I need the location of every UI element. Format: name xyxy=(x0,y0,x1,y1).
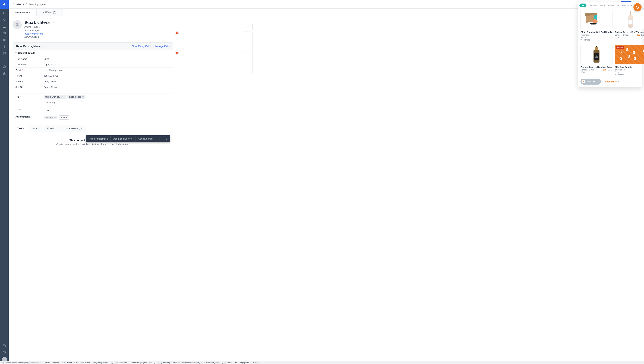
lists-label: Lists xyxy=(13,107,41,114)
globe-icon[interactable] xyxy=(2,65,6,69)
tags-label: Tags xyxy=(13,94,41,99)
account-label: Account xyxy=(13,79,41,84)
list-icon[interactable] xyxy=(2,58,6,62)
left-nav xyxy=(0,0,8,145)
search-icon[interactable] xyxy=(2,11,6,15)
timeline-marker-icon[interactable] xyxy=(175,31,179,35)
side-panel-box xyxy=(243,51,253,74)
account-value[interactable]: Andy's House xyxy=(41,79,173,84)
breadcrumb: Contacts / Buzz Lightyear xyxy=(13,3,46,6)
reports-icon[interactable] xyxy=(2,71,6,76)
about-card: About Buzz Lightyear Show Empty Fields |… xyxy=(13,43,173,90)
last-name-label: Last Name xyxy=(13,62,41,67)
deals-icon[interactable] xyxy=(2,45,6,49)
dock-expand-icon[interactable]: ⤢ xyxy=(156,135,163,142)
about-title: About Buzz Lightyear xyxy=(16,45,41,48)
tag-input[interactable] xyxy=(44,100,68,105)
first-name-value[interactable]: Buzz xyxy=(41,56,173,62)
add-task-button[interactable]: Add a contact task xyxy=(86,135,110,142)
job-title-value[interactable]: Space Ranger xyxy=(41,84,173,90)
required-indicator: * xyxy=(22,69,23,72)
remove-tag-icon[interactable]: ✕ xyxy=(82,96,84,98)
tab-notes[interactable]: Notes xyxy=(28,125,43,132)
phone-value[interactable]: 415-555-8765 xyxy=(41,73,173,79)
contact-side-column: es ▾ xyxy=(177,16,256,145)
chevron-right-icon: › xyxy=(39,26,40,28)
tab-tasks[interactable]: Tasks xyxy=(13,125,28,132)
breadcrumb-current: Buzz Lightyear xyxy=(28,3,46,6)
tags-value: falling_with_style✕ pizza_boxes✕ xyxy=(41,94,173,107)
contact-settings-icon[interactable]: ⚙ xyxy=(52,21,54,24)
tab-personal-info[interactable]: Personal Info xyxy=(8,9,36,16)
contact-name: Buzz Lightyear xyxy=(24,20,51,25)
contact-role: Space Ranger xyxy=(24,29,54,32)
contact-email-link[interactable]: buzz@andys.com xyxy=(24,32,43,35)
link-divider: | xyxy=(153,45,154,48)
add-list-button[interactable]: + Add xyxy=(44,108,53,112)
mail-icon[interactable] xyxy=(2,31,6,35)
activity-tabs: Tasks Notes Emails Conversations (0) xyxy=(13,125,173,132)
contacts-icon[interactable] xyxy=(2,25,6,29)
general-details-toggle[interactable]: ▾ General Details xyxy=(13,50,173,56)
chevron-down-icon: ▾ xyxy=(16,52,16,54)
add-automation-button[interactable]: + Add xyxy=(59,115,68,120)
svg-point-6 xyxy=(4,40,4,40)
email-value[interactable]: buzz@andys.com xyxy=(41,68,173,73)
tag-chip[interactable]: falling_with_style✕ xyxy=(44,95,66,99)
svg-point-0 xyxy=(3,12,5,14)
last-name-value[interactable]: Lightyear xyxy=(41,62,173,67)
lightbulb-icon[interactable] xyxy=(2,18,6,22)
remove-tag-icon[interactable]: ✕ xyxy=(63,96,64,98)
add-note-button[interactable]: Add a contact note xyxy=(111,135,135,142)
contact-avatar[interactable] xyxy=(13,20,22,29)
general-details-label: General Details xyxy=(18,52,35,54)
send-email-button[interactable]: Send an email xyxy=(136,135,156,142)
topbar: Contacts / Buzz Lightyear xyxy=(8,0,256,9)
app-logo[interactable] xyxy=(0,0,8,9)
first-name-label: First Name xyxy=(13,56,41,62)
side-panel-box xyxy=(243,32,253,51)
contact-org[interactable]: Andy's House xyxy=(24,26,38,28)
timeline-marker-icon[interactable] xyxy=(175,51,179,55)
show-empty-fields-link[interactable]: Show Empty Fields xyxy=(132,45,151,48)
automation-chip[interactable]: Testing123 xyxy=(44,116,57,119)
actions-dock: Add a contact task Add a contact note Se… xyxy=(86,135,170,142)
contact-main-column: Buzz Lightyear ⚙ Andy's House› Space Ran… xyxy=(8,16,177,145)
svg-point-11 xyxy=(16,23,18,25)
svg-point-2 xyxy=(4,26,5,27)
phone-label: Phone xyxy=(13,73,41,79)
tasks-empty-subtitle: Create one and assign it to this contact… xyxy=(54,143,132,145)
contact-header: Buzz Lightyear ⚙ Andy's House› Space Ran… xyxy=(13,20,173,39)
dock-collapse-icon[interactable]: ▴ xyxy=(163,135,170,142)
contact-phone: 415-555-8765 xyxy=(24,36,54,39)
tab-emails[interactable]: Emails xyxy=(43,125,59,132)
tag-chip[interactable]: pizza_boxes✕ xyxy=(68,95,85,99)
record-tabs: Personal Info All Deals (0) xyxy=(8,9,256,16)
tab-conversations[interactable]: Conversations (0) xyxy=(59,125,86,132)
target-icon[interactable] xyxy=(2,38,6,42)
chat-icon[interactable] xyxy=(2,51,6,56)
tab-all-deals[interactable]: All Deals (0) xyxy=(36,9,63,16)
manage-fields-link[interactable]: Manage Fields xyxy=(155,45,170,48)
side-dropdown[interactable]: es ▾ xyxy=(243,24,253,30)
tags-card: Tags falling_with_style✕ pizza_boxes✕ Li… xyxy=(13,94,173,121)
breadcrumb-separator: / xyxy=(26,3,26,6)
svg-point-1 xyxy=(3,26,4,27)
breadcrumb-root[interactable]: Contacts xyxy=(13,3,24,6)
job-title-label: Job Title xyxy=(13,84,41,90)
automations-label: Automations xyxy=(13,114,41,121)
email-label: Email * xyxy=(13,68,41,73)
